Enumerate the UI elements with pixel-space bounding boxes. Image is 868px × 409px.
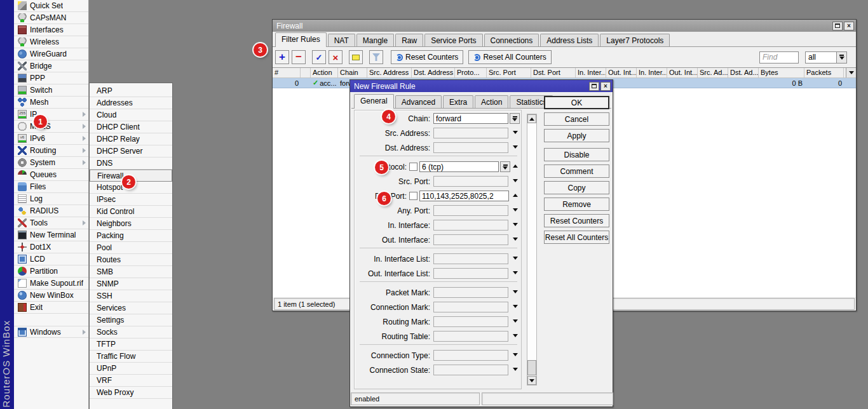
field-input-out-interface-list[interactable] (433, 268, 508, 279)
expand-arrow-icon[interactable] (513, 271, 518, 274)
tab-address-lists[interactable]: Address Lists (540, 34, 599, 46)
tab-extra[interactable]: Extra (443, 95, 473, 108)
tab-raw[interactable]: Raw (395, 34, 423, 46)
expand-arrow-icon[interactable] (513, 319, 518, 323)
column-header-bytes[interactable]: Bytes (759, 68, 804, 77)
field-input-connection-type[interactable] (433, 350, 508, 361)
field-input-src-address[interactable] (433, 128, 508, 138)
sidebar-item-routing[interactable]: Routing (14, 145, 88, 157)
field-input-out-interface[interactable] (433, 234, 508, 245)
remove-rule-button[interactable]: − (292, 50, 306, 64)
collapse-arrow-icon[interactable] (513, 164, 518, 168)
field-input-in-interface-list[interactable] (433, 253, 508, 264)
field-input-routing-mark[interactable] (433, 316, 508, 327)
enable-rule-button[interactable]: ✓ (312, 50, 326, 64)
submenu-item-dhcp-server[interactable]: DHCP Server (90, 145, 172, 158)
field-input-chain[interactable]: forward (433, 113, 508, 124)
column-header-[interactable]: # (273, 68, 301, 77)
sidebar-item-new-terminal[interactable]: New Terminal (14, 229, 88, 241)
sidebar-item-dot1x[interactable]: Dot1X (14, 241, 88, 253)
sidebar-item-mpls[interactable]: MPLS (14, 121, 88, 133)
column-selector-button[interactable] (846, 68, 856, 77)
field-input-packet-mark[interactable] (433, 287, 508, 298)
sidebar-item-wireless[interactable]: Wireless (14, 36, 88, 48)
collapse-arrow-icon[interactable] (513, 194, 518, 197)
field-input-connection-mark[interactable] (433, 302, 508, 312)
sidebar-item-lcd[interactable]: LCD (14, 253, 88, 265)
expand-arrow-icon[interactable] (513, 223, 518, 226)
sidebar-item-files[interactable]: Files (14, 181, 88, 193)
submenu-item-dhcp-client[interactable]: DHCP Client (90, 121, 172, 133)
submenu-item-traffic-flow[interactable]: Traffic Flow (90, 351, 172, 363)
filter-button[interactable] (369, 50, 383, 64)
sidebar-item-tools[interactable]: Tools (14, 217, 88, 229)
field-input-in-interface[interactable] (433, 220, 508, 231)
column-header-src-ad[interactable]: Src. Ad... (698, 68, 728, 77)
sidebar-item-radius[interactable]: RADIUS (14, 205, 88, 217)
expand-arrow-icon[interactable] (513, 290, 518, 293)
column-header-in-inter[interactable]: In. Inter... (576, 68, 606, 77)
submenu-item-ssh[interactable]: SSH (90, 290, 172, 302)
tab-connections[interactable]: Connections (484, 34, 539, 46)
submenu-item-upnp[interactable]: UPnP (90, 363, 172, 375)
sidebar-item-switch[interactable]: Switch (14, 84, 88, 97)
submenu-item-routes[interactable]: Routes (90, 254, 172, 266)
close-button[interactable]: × (600, 82, 611, 91)
expand-arrow-icon[interactable] (513, 368, 518, 371)
filter-scope-combo[interactable]: all (805, 51, 847, 64)
tab-action[interactable]: Action (475, 95, 508, 108)
remove-button[interactable]: Remove (544, 198, 609, 211)
sidebar-item-ipv6[interactable]: IPv6 (14, 133, 88, 145)
sidebar-item-bridge[interactable]: Bridge (14, 60, 88, 72)
field-input-dst-address[interactable] (433, 142, 508, 153)
sidebar-item-interfaces[interactable]: Interfaces (14, 24, 88, 36)
reset-counters-button[interactable]: Reset Counters (544, 214, 609, 227)
expand-arrow-icon[interactable] (513, 179, 518, 182)
submenu-item-addresses[interactable]: Addresses (90, 97, 172, 109)
field-input-src-port[interactable] (433, 176, 508, 187)
expand-arrow-icon[interactable] (513, 145, 518, 149)
expand-arrow-icon[interactable] (513, 238, 518, 241)
expand-arrow-icon[interactable] (513, 257, 518, 260)
form-scrollbar[interactable] (527, 114, 537, 386)
find-input[interactable] (759, 51, 799, 64)
submenu-item-settings[interactable]: Settings (90, 314, 172, 326)
submenu-item-kid-control[interactable]: Kid Control (90, 206, 172, 218)
scrollbar-thumb[interactable] (527, 360, 536, 375)
firewall-window-titlebar[interactable]: Firewall × (273, 20, 856, 32)
sidebar-item-quick-set[interactable]: Quick Set (14, 0, 88, 12)
submenu-item-packing[interactable]: Packing (90, 230, 172, 242)
dropdown-button[interactable] (500, 161, 510, 172)
submenu-item-ipsec[interactable]: IPsec (90, 194, 172, 206)
expand-arrow-icon[interactable] (513, 353, 518, 356)
column-header-icon[interactable] (301, 68, 311, 77)
sidebar-item-windows[interactable]: Windows (14, 326, 88, 338)
disable-button[interactable]: Disable (544, 148, 609, 161)
submenu-item-pool[interactable]: Pool (90, 242, 172, 254)
comment-button[interactable] (349, 50, 363, 64)
field-input-any-port[interactable] (433, 205, 508, 216)
expand-arrow-icon[interactable] (513, 208, 518, 211)
submenu-item-cloud[interactable]: Cloud (90, 109, 172, 121)
column-header-proto[interactable]: Proto... (455, 68, 487, 77)
maximize-button[interactable] (832, 22, 843, 30)
column-header-dst-port[interactable]: Dst. Port (531, 68, 576, 77)
sidebar-item-partition[interactable]: Partition (14, 265, 88, 278)
column-header-chain[interactable]: Chain (338, 68, 367, 77)
copy-button[interactable]: Copy (544, 181, 609, 194)
submenu-item-dhcp-relay[interactable]: DHCP Relay (90, 133, 172, 145)
field-input-connection-state[interactable] (433, 365, 508, 375)
field-input-dst-port[interactable]: 110,143,2525,8025,2 (419, 191, 509, 201)
not-checkbox[interactable] (409, 163, 417, 171)
submenu-item-snmp[interactable]: SNMP (90, 278, 172, 290)
column-header-dst-ad[interactable]: Dst. Ad... (728, 68, 759, 77)
dropdown-button[interactable] (510, 113, 520, 124)
dropdown-button[interactable] (837, 51, 847, 64)
scroll-up-button[interactable] (527, 114, 536, 123)
scroll-down-button[interactable] (527, 376, 536, 385)
column-header-dst-address[interactable]: Dst. Address (412, 68, 455, 77)
column-header-out-int[interactable]: Out. Int... (606, 68, 637, 77)
not-checkbox[interactable] (409, 192, 417, 200)
submenu-item-dns[interactable]: DNS (90, 158, 172, 170)
column-header-action[interactable]: Action (311, 68, 338, 77)
